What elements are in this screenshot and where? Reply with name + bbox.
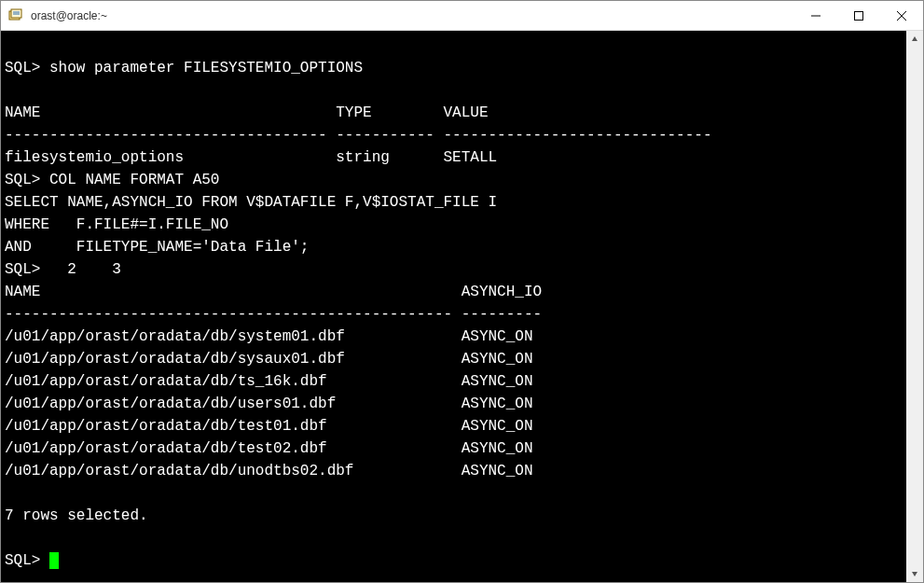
scrollbar-track[interactable] [906,48,923,565]
minimize-button[interactable] [794,1,837,30]
window-frame: orast@oracle:~ SQL> show parameter FILES… [0,0,924,583]
close-button[interactable] [880,1,923,30]
terminal-wrapper: SQL> show parameter FILESYSTEMIO_OPTIONS… [1,31,923,582]
terminal[interactable]: SQL> show parameter FILESYSTEMIO_OPTIONS… [1,31,906,582]
svg-marker-8 [912,36,917,41]
scroll-down-button[interactable] [906,565,923,582]
window-title: orast@oracle:~ [31,9,794,22]
maximize-button[interactable] [837,1,880,30]
window-controls [794,1,923,30]
svg-rect-5 [855,11,863,20]
titlebar[interactable]: orast@oracle:~ [1,1,923,31]
svg-marker-9 [912,572,917,576]
scrollbar[interactable] [906,31,923,582]
scroll-up-button[interactable] [906,31,923,48]
cursor [49,552,59,569]
app-icon [8,8,23,23]
